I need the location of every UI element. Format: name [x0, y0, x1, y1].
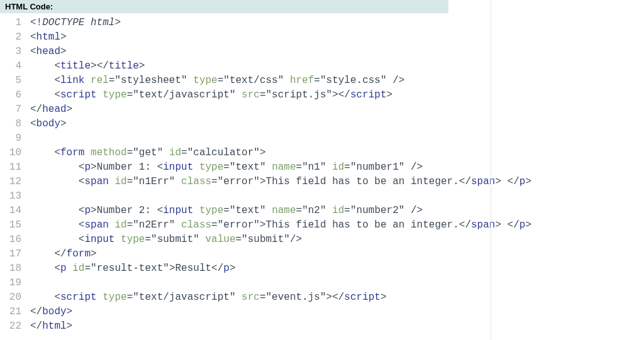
token-p: </ [30, 306, 42, 317]
code-line[interactable]: <!DOCTYPE html> [30, 16, 644, 30]
token-p: ></ [332, 89, 350, 101]
token-an: id [72, 263, 84, 274]
token-av: "error" [218, 219, 260, 231]
code-line[interactable]: <span id="n1Err" class="error">This fiel… [30, 175, 644, 189]
code-line[interactable]: <head> [30, 45, 644, 59]
token-p: = [127, 147, 133, 158]
line-number: 9 [3, 131, 21, 146]
token-an: name [272, 205, 296, 216]
line-number: 21 [3, 305, 21, 319]
token-an: method [91, 147, 127, 158]
code-line[interactable]: <p id="result-text">Result</p> [30, 261, 644, 276]
code-line[interactable] [30, 131, 644, 146]
token-p [266, 205, 272, 216]
token-tg: script [344, 292, 380, 303]
token-tg: input [84, 234, 114, 245]
token-tg: script [60, 292, 97, 303]
code-line[interactable]: <body> [30, 117, 644, 131]
token-an: id [114, 176, 126, 187]
token-tg: span [84, 176, 108, 187]
token-dt: DOCTYPE html [42, 17, 114, 28]
token-an: src [242, 292, 260, 303]
token-av: "text/javascript" [133, 292, 235, 303]
line-number: 22 [3, 319, 21, 334]
token-p [326, 205, 333, 216]
token-tg: title [109, 60, 139, 72]
code-line[interactable]: <html> [30, 30, 644, 45]
line-number: 16 [3, 233, 21, 247]
token-av: "calculator" [187, 147, 260, 158]
token-tg: p [84, 205, 91, 216]
token-p: /> [290, 234, 302, 245]
token-tg: p [223, 263, 230, 274]
token-p: < [30, 219, 84, 231]
line-number: 6 [3, 88, 21, 102]
line-number: 1 [3, 16, 21, 30]
code-line[interactable]: <input type="submit" value="submit"/> [30, 233, 644, 247]
code-line[interactable]: </head> [30, 102, 644, 117]
code-area[interactable]: <!DOCTYPE html><html><head> <title></tit… [26, 13, 644, 336]
token-av: "number1" [350, 162, 404, 173]
token-p: < [30, 31, 36, 43]
token-p [175, 219, 181, 231]
token-p: < [30, 147, 60, 158]
token-an: href [290, 75, 314, 86]
code-line[interactable]: <link rel="stylesheet" type="text/css" h… [30, 74, 644, 88]
code-line[interactable]: <p>Number 1: <input type="text" name="n1… [30, 160, 644, 175]
line-number: 19 [3, 276, 21, 290]
line-number: 14 [3, 204, 21, 218]
code-line[interactable]: <title></title> [30, 59, 644, 74]
token-tg: p [60, 263, 67, 274]
panel-title: HTML Code: [5, 2, 53, 11]
token-p: < [30, 234, 84, 245]
token-p: /> [387, 75, 405, 86]
line-number: 3 [3, 45, 21, 59]
token-p: > [91, 248, 97, 260]
code-line[interactable]: <script type="text/javascript" src="even… [30, 290, 644, 305]
token-av: "submit" [151, 234, 199, 245]
token-an: src [242, 89, 260, 101]
token-p: = [181, 147, 187, 158]
token-an: type [193, 75, 217, 86]
code-line[interactable]: <script type="text/javascript" src="scri… [30, 88, 644, 102]
token-p: </ [30, 321, 42, 332]
token-p [97, 292, 103, 303]
token-av: "get" [133, 147, 163, 158]
token-p: > [525, 176, 531, 187]
token-p: < [157, 162, 164, 173]
token-tx: This field has to be an integer. [266, 176, 459, 187]
token-p: < [30, 292, 60, 303]
code-line[interactable]: <span id="n2Err" class="error">This fiel… [30, 218, 644, 233]
line-number: 12 [3, 175, 21, 189]
token-av: "n1" [302, 162, 326, 173]
token-an: id [332, 205, 344, 216]
code-line[interactable]: </form> [30, 247, 644, 261]
token-an: id [332, 162, 344, 173]
token-tg: input [163, 205, 193, 216]
token-p: = [127, 219, 133, 231]
code-line[interactable]: </html> [30, 319, 644, 334]
token-p [175, 176, 181, 187]
token-an: rel [91, 75, 109, 86]
code-line[interactable]: <form method="get" id="calculator"> [30, 146, 644, 160]
token-p [235, 292, 242, 303]
token-tg: html [42, 321, 66, 332]
token-p: > [260, 147, 266, 158]
line-number: 11 [3, 160, 21, 175]
code-line[interactable] [30, 276, 644, 290]
token-p: = [296, 205, 303, 216]
code-line[interactable]: </body> [30, 305, 644, 319]
line-number: 17 [3, 247, 21, 261]
token-p: = [260, 292, 266, 303]
token-tg: title [60, 60, 91, 72]
code-line[interactable] [30, 189, 644, 204]
token-p: > </ [495, 176, 519, 187]
token-p: < [30, 46, 36, 57]
token-tg: head [36, 46, 60, 57]
code-editor[interactable]: 12345678910111213141516171819202122 <!DO… [0, 13, 644, 336]
token-p: = [223, 205, 230, 216]
code-line[interactable]: <p>Number 2: <input type="text" name="n2… [30, 204, 644, 218]
token-p: = [145, 234, 151, 245]
token-av: "text/javascript" [133, 89, 235, 101]
token-an: type [199, 162, 223, 173]
